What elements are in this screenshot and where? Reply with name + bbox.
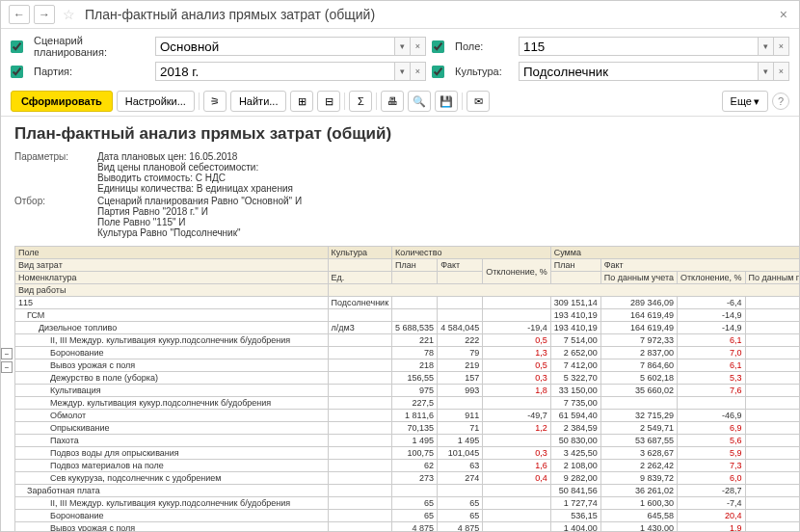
tree-collapse-1[interactable]: − [1,348,13,359]
help-icon[interactable]: ? [772,93,789,110]
table-row[interactable]: Дизельное топливол/дм35 688,5354 584,045… [15,322,800,334]
table-row[interactable]: Заработная плата50 841,5636 261,02-28,73… [15,485,800,497]
sel-field[interactable] [519,37,759,56]
table-row[interactable]: Пахота1 4951 49550 830,0053 687,555,6 [15,435,800,447]
sel-scenario[interactable] [155,37,395,56]
sel-scenario-clear[interactable]: × [411,37,426,56]
table-row[interactable]: II, III Междур. культивация кукур.подсол… [15,334,800,347]
table-row[interactable]: Вывоз урожая с поля2182190,57 412,007 86… [15,359,800,372]
table-row[interactable]: 115Подсолнечник309 151,14289 346,09-6,43… [15,297,800,309]
table-row[interactable]: Дежурство в поле (уборка)156,551570,35 3… [15,372,800,385]
sel-party-clear[interactable]: × [411,62,426,81]
sum-icon[interactable]: Σ [349,91,372,112]
table-row[interactable]: II, III Междур. культивация кукур.подсол… [15,497,800,510]
sel-culture-drop[interactable]: ▾ [759,62,774,81]
sel-culture[interactable] [519,62,759,81]
chk-party[interactable] [11,66,23,78]
find-button[interactable]: Найти... [230,91,287,112]
table-row[interactable]: Междур. культивация кукур.подсолнечник б… [15,397,800,410]
mail-icon[interactable]: ✉ [467,91,490,112]
report-params: Параметры: Дата плановых цен: 16.05.2018… [14,151,786,238]
table-row[interactable]: Боронование6565536,15645,5820,4645,58 [15,510,800,522]
chk-scenario[interactable] [11,40,23,53]
more-button[interactable]: Еще ▾ [722,91,768,112]
expand-icon[interactable]: ⊞ [290,91,313,112]
lbl-field: Поле: [455,40,513,52]
nav-fwd[interactable]: → [34,5,55,24]
table-row[interactable]: ГСМ193 410,19164 619,49-14,9 [15,309,800,322]
fav-icon[interactable]: ☆ [63,7,75,22]
form-button[interactable]: Сформировать [11,91,113,112]
tree-collapse-2[interactable]: − [1,361,13,373]
sel-party[interactable] [155,62,395,81]
sel-field-clear[interactable]: × [774,37,789,56]
filter-icon[interactable]: ⚞ [203,91,227,112]
table-row[interactable]: Подвоз воды для опрыскивания100,75101,04… [15,447,800,460]
report-table: Поле Культура Количество Сумма Вид затра… [14,246,799,531]
window-title: План-фактный анализ прямых затрат (общий… [85,7,375,22]
close-icon[interactable]: × [776,7,791,22]
nav-back[interactable]: ← [9,5,30,24]
table-row[interactable]: Боронование78791,32 652,002 837,007,0 [15,347,800,359]
save-icon[interactable]: 💾 [435,91,458,112]
table-row[interactable]: Подвоз материалов на поле62631,62 108,00… [15,460,800,472]
table-row[interactable]: Опрыскивание70,135711,22 384,592 549,716… [15,422,800,435]
table-row[interactable]: Обмолот1 811,6911-49,761 594,4032 715,29… [15,410,800,422]
lbl-party: Партия: [34,66,149,77]
chk-field[interactable] [432,40,444,53]
table-row[interactable]: Культивация9759931,833 150,0035 660,027,… [15,385,800,397]
lbl-culture: Культура: [455,66,513,77]
sel-party-drop[interactable]: ▾ [395,62,411,81]
report-title: План-фактный анализ прямых затрат (общий… [14,124,786,144]
table-row[interactable]: Вывоз урожая с поля4 8754 8751 404,001 4… [15,522,800,532]
sel-culture-clear[interactable]: × [774,62,789,81]
chk-culture[interactable] [432,66,444,78]
print-icon[interactable]: 🖶 [381,91,404,112]
collapse-icon[interactable]: ⊟ [317,91,340,112]
lbl-scenario: Сценарий планирования: [34,35,149,58]
sel-field-drop[interactable]: ▾ [759,37,774,56]
preview-icon[interactable]: 🔍 [408,91,431,112]
sel-scenario-drop[interactable]: ▾ [395,37,411,56]
settings-button[interactable]: Настройки... [117,91,195,112]
table-row[interactable]: Сев кукуруза, подсолнечник с удобрением2… [15,472,800,485]
